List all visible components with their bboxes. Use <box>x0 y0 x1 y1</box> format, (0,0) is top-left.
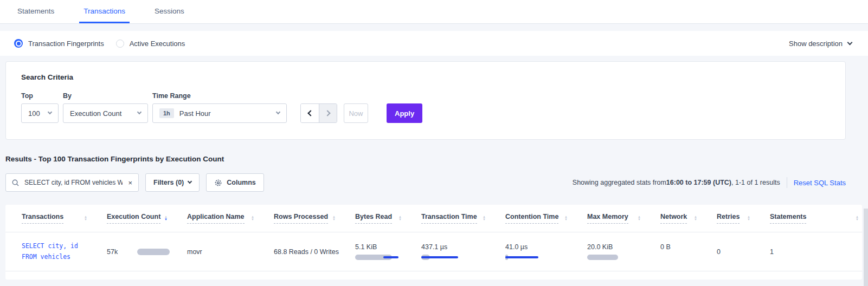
chevron-down-icon <box>137 110 142 114</box>
cell-bytes-read: 5.1 KiB <box>339 232 405 260</box>
sort-icon[interactable]: ▲▼ <box>84 216 87 221</box>
bytes-read-bar <box>355 255 401 260</box>
view-toggle-bar: Transaction Fingerprints Active Executio… <box>0 31 868 56</box>
stats-summary: Showing aggregated stats from 16:00 to 1… <box>573 177 846 188</box>
transactions-table: Transactions ▲▼ Execution Count ▲▼ Appli… <box>5 205 862 280</box>
time-range-field: Time Range 1h Past Hour <box>152 92 287 123</box>
page-tabs: Statements Transactions Sessions <box>0 0 868 24</box>
by-select[interactable]: Execution Count <box>63 103 148 123</box>
chevron-down-icon <box>48 110 52 114</box>
stats-time-range: 16:00 to 17:59 (UTC) <box>666 179 731 186</box>
radio-active-executions[interactable]: Active Executions <box>116 40 185 48</box>
sort-icon-desc-active[interactable]: ▲▼ <box>164 216 168 221</box>
show-description-toggle[interactable]: Show description <box>789 40 852 48</box>
sort-icon[interactable]: ▲▼ <box>398 216 402 221</box>
top-label: Top <box>21 92 63 100</box>
apply-button[interactable]: Apply <box>387 103 422 123</box>
max-memory-bar <box>587 255 633 260</box>
sort-icon[interactable]: ▲▼ <box>856 216 859 221</box>
reset-sql-stats-link[interactable]: Reset SQL Stats <box>794 179 846 187</box>
vertical-scrollbar[interactable] <box>864 209 868 286</box>
tab-sessions[interactable]: Sessions <box>150 0 189 23</box>
radio-transaction-fingerprints[interactable]: Transaction Fingerprints <box>14 39 104 48</box>
radio-label: Active Executions <box>130 40 185 48</box>
now-button[interactable]: Now <box>344 103 368 123</box>
search-criteria-panel: Search Criteria Top 100 By Execution Cou… <box>5 61 846 140</box>
execution-count-bar <box>137 249 170 255</box>
col-header-network[interactable]: Network ▲▼ <box>644 213 700 224</box>
col-header-execution-count[interactable]: Execution Count ▲▼ <box>91 213 171 224</box>
sort-icon[interactable]: ▲▼ <box>747 216 750 221</box>
transaction-fingerprint-link[interactable]: SELECT city, id FROM vehicles <box>5 241 91 262</box>
cell-statements: 1 <box>754 248 862 256</box>
cell-rows-processed: 68.8 Reads / 0 Writes <box>258 248 339 256</box>
tab-transactions[interactable]: Transactions <box>79 0 130 23</box>
chevron-down-icon <box>847 40 853 45</box>
col-header-bytes-read[interactable]: Bytes Read ▲▼ <box>339 213 405 224</box>
top-select[interactable]: 100 <box>21 103 59 123</box>
cell-retries: 0 <box>700 248 754 256</box>
search-input[interactable] <box>23 178 124 187</box>
radio-label: Transaction Fingerprints <box>28 40 104 48</box>
col-header-statements[interactable]: Statements ▲▼ <box>754 213 862 224</box>
radio-selected-icon[interactable] <box>14 39 23 48</box>
sort-icon[interactable]: ▲▼ <box>564 216 568 221</box>
col-header-transactions[interactable]: Transactions ▲▼ <box>5 213 91 224</box>
time-nav-buttons <box>300 103 337 123</box>
radio-unselected-icon[interactable] <box>116 40 124 48</box>
cell-contention-time: 41.0 µs <box>489 232 571 260</box>
transaction-time-bar <box>421 255 467 260</box>
chevron-right-icon <box>324 110 330 116</box>
by-field: By Execution Count <box>63 92 152 123</box>
sort-icon[interactable]: ▲▼ <box>483 216 486 221</box>
contention-time-bar <box>505 255 551 260</box>
cell-network: 0 B <box>644 232 700 251</box>
table-row: SELECT city, id FROM vehicles 57k movr 6… <box>5 232 862 271</box>
col-header-application-name[interactable]: Application Name ▲▼ <box>171 213 258 224</box>
top-field: Top 100 <box>21 92 63 123</box>
stats-prefix: Showing aggregated stats from <box>573 179 666 186</box>
clear-search-icon[interactable]: × <box>128 179 132 186</box>
chevron-left-icon <box>307 110 313 116</box>
columns-button-label: Columns <box>227 179 255 186</box>
search-criteria-title: Search Criteria <box>21 73 830 81</box>
cell-application-name: movr <box>171 248 258 256</box>
fingerprint-searchbox[interactable]: × <box>5 173 139 192</box>
gear-icon <box>214 179 222 187</box>
time-range-label: Time Range <box>152 92 287 100</box>
search-icon <box>12 179 19 186</box>
table-header-row: Transactions ▲▼ Execution Count ▲▼ Appli… <box>5 205 862 232</box>
show-description-label: Show description <box>789 40 843 48</box>
cell-max-memory: 20.0 KiB <box>571 232 644 260</box>
stats-suffix: , 1-1 of 1 results <box>731 179 780 186</box>
divider <box>787 177 787 188</box>
filter-row: × Filters (0) Columns Showing aggregated… <box>5 173 846 192</box>
by-select-value: Execution Count <box>70 109 121 118</box>
col-header-retries[interactable]: Retries ▲▼ <box>700 213 754 224</box>
next-time-button[interactable] <box>319 104 337 122</box>
prev-time-button[interactable] <box>301 104 319 122</box>
columns-button[interactable]: Columns <box>206 173 263 192</box>
time-range-select[interactable]: 1h Past Hour <box>152 103 287 123</box>
cell-transaction-time: 437.1 µs <box>405 232 489 260</box>
top-select-value: 100 <box>28 109 40 118</box>
tab-statements[interactable]: Statements <box>13 0 59 23</box>
cell-execution-count: 57k <box>91 248 171 256</box>
sort-icon[interactable]: ▲▼ <box>332 216 336 221</box>
sort-icon[interactable]: ▲▼ <box>638 216 641 221</box>
sort-icon[interactable]: ▲▼ <box>251 216 254 221</box>
results-heading: Results - Top 100 Transaction Fingerprin… <box>5 155 868 163</box>
time-range-value: Past Hour <box>179 109 211 118</box>
col-header-rows-processed[interactable]: Rows Processed ▲▼ <box>258 213 339 224</box>
sort-icon[interactable]: ▲▼ <box>694 216 697 221</box>
col-header-max-memory[interactable]: Max Memory ▲▼ <box>571 213 644 224</box>
col-header-contention-time[interactable]: Contention Time ▲▼ <box>489 213 571 224</box>
by-label: By <box>63 92 152 100</box>
chevron-down-icon <box>188 179 192 184</box>
chevron-down-icon <box>276 110 280 114</box>
filters-button[interactable]: Filters (0) <box>145 173 200 192</box>
time-range-badge: 1h <box>159 108 174 118</box>
filters-button-label: Filters (0) <box>153 179 184 186</box>
col-header-transaction-time[interactable]: Transaction Time ▲▼ <box>405 213 489 224</box>
